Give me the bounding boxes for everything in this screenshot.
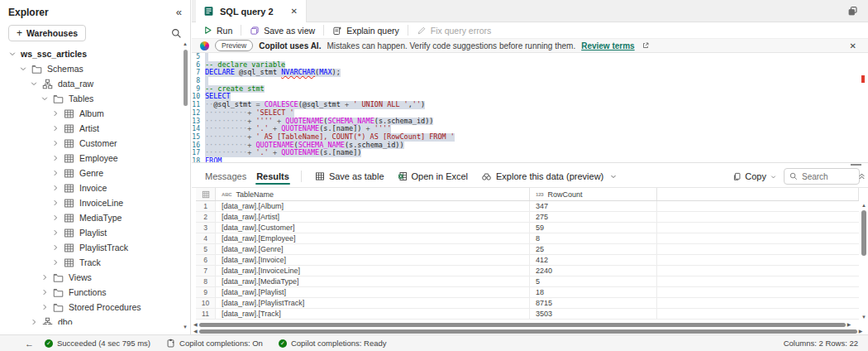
tab-sql-query-2[interactable]: SQL query 2 ✕ (196, 0, 307, 22)
chevron-right-icon[interactable] (51, 154, 60, 162)
row-number-cell[interactable]: 11 (196, 309, 216, 319)
scroll-up-icon[interactable]: ▲ (861, 203, 866, 208)
scroll-right-icon[interactable]: ▶ (847, 322, 851, 328)
tab-results[interactable]: Results (251, 166, 294, 187)
chevron-right-icon[interactable] (51, 228, 60, 237)
tree-item-customer[interactable]: Customer (0, 136, 190, 151)
rowcount-cell[interactable]: 25 (530, 244, 657, 254)
scroll-down-icon[interactable]: ▼ (861, 315, 866, 320)
table-row[interactable]: 9[data_raw].[Playlist]18 (196, 287, 859, 298)
rowcount-cell[interactable]: 18 (530, 287, 657, 297)
chevron-right-icon[interactable] (51, 124, 60, 132)
tablename-cell[interactable]: [data_raw].[Playlist] (216, 287, 530, 297)
row-number-cell[interactable]: 4 (196, 233, 216, 243)
chevron-right-icon[interactable] (41, 273, 49, 281)
explore-data-button[interactable]: Explore this data (preview) (475, 171, 624, 181)
tree-item-functions[interactable]: Functions (0, 285, 190, 300)
collapse-sidebar-icon[interactable]: « (176, 8, 182, 17)
tree-item-invoice[interactable]: Invoice (0, 180, 190, 195)
scrollbar-thumb[interactable] (199, 329, 857, 334)
tree-item-employee[interactable]: Employee (0, 151, 190, 166)
scrollbar-thumb[interactable] (199, 323, 846, 327)
tablename-cell[interactable]: [data_raw].[Customer] (216, 223, 530, 233)
chevron-right-icon[interactable] (51, 243, 60, 252)
table-row[interactable]: 11[data_raw].[Track]3503 (196, 309, 859, 320)
table-row[interactable]: 4[data_raw].[Employee]8 (196, 233, 859, 244)
chevron-right-icon[interactable] (30, 318, 38, 325)
grid-corner-cell[interactable] (196, 188, 216, 200)
code-line-5[interactable]: 5 (192, 53, 868, 61)
chevron-right-icon[interactable] (51, 109, 60, 118)
row-number-cell[interactable]: 6 (196, 255, 216, 265)
editor-overview-ruler[interactable] (859, 53, 868, 162)
chevron-down-icon[interactable] (41, 94, 49, 103)
tablename-cell[interactable]: [data_raw].[InvoiceLine] (216, 266, 530, 276)
scroll-down-icon[interactable]: ▼ (183, 325, 188, 329)
panel-horizontal-scrollbar[interactable]: ◀ ▶ (193, 329, 866, 334)
tree-item-mediatype[interactable]: MediaType (0, 210, 190, 225)
rowcount-cell[interactable]: 3503 (530, 309, 657, 319)
tree-item-playlist[interactable]: Playlist (0, 225, 190, 240)
chevron-right-icon[interactable] (41, 288, 49, 296)
scrollbar-thumb[interactable] (861, 210, 866, 256)
table-row[interactable]: 1[data_raw].[Album]347 (196, 201, 859, 212)
close-banner-icon[interactable]: ✕ (850, 41, 856, 50)
tree-item-stored-procedures[interactable]: Stored Procedures (0, 300, 190, 315)
add-warehouses-button[interactable]: + Warehouses (8, 25, 86, 41)
row-number-cell[interactable]: 1 (196, 201, 216, 211)
chevron-right-icon[interactable] (51, 139, 60, 147)
rowcount-cell[interactable]: 8715 (530, 298, 657, 308)
review-terms-link[interactable]: Review terms (581, 41, 634, 50)
row-number-cell[interactable]: 8 (196, 276, 216, 286)
scrollbar-thumb[interactable] (184, 50, 188, 106)
tree-item-invoiceline[interactable]: InvoiceLine (0, 195, 190, 210)
tablename-cell[interactable]: [data_raw].[PlaylistTrack] (216, 298, 530, 308)
save-as-table-button[interactable]: Save as table (308, 171, 391, 181)
back-arrow-icon[interactable]: ← (25, 339, 34, 349)
sidebar-scrollbar[interactable]: ▲ ▼ (182, 40, 189, 331)
line-content[interactable]: DECLARE @sql_stmt NVARCHAR(MAX); (205, 69, 341, 77)
chevron-right-icon[interactable] (51, 169, 60, 177)
column-header-rowcount[interactable]: 123 RowCount (530, 188, 657, 200)
table-row[interactable]: 2[data_raw].[Artist]275 (196, 212, 859, 223)
search-icon[interactable] (171, 28, 182, 39)
rowcount-cell[interactable]: 347 (530, 201, 657, 211)
chevron-right-icon[interactable] (51, 199, 60, 207)
chevron-down-icon[interactable] (609, 172, 618, 180)
row-number-cell[interactable]: 9 (196, 287, 216, 297)
tree-item-playlisttrack[interactable]: PlaylistTrack (0, 240, 190, 255)
chevron-down-icon[interactable] (8, 50, 17, 58)
tablename-cell[interactable]: [data_raw].[MediaType] (216, 276, 530, 286)
table-row[interactable]: 5[data_raw].[Genre]25 (196, 244, 859, 255)
rowcount-cell[interactable]: 5 (530, 276, 657, 286)
tree-item-views[interactable]: Views (0, 270, 190, 285)
copilot-ready-status[interactable]: ✓ Copilot completions: Ready (274, 339, 392, 348)
line-content[interactable]: ··········+ '.' + QUOTENAME(s.[name]) (205, 149, 361, 157)
table-row[interactable]: 8[data_raw].[MediaType]5 (196, 276, 859, 287)
row-number-cell[interactable]: 5 (196, 244, 216, 254)
collapse-results-icon[interactable] (857, 171, 866, 181)
scroll-right-icon[interactable]: ▶ (859, 329, 863, 334)
tree-item-schemas[interactable]: Schemas (0, 61, 190, 76)
rowcount-cell[interactable]: 412 (530, 255, 657, 265)
run-button[interactable]: Run (200, 26, 236, 36)
tree-item-dbo[interactable]: dbo (0, 315, 190, 325)
explain-query-button[interactable]: Explain query (329, 26, 403, 36)
tablename-cell[interactable]: [data_raw].[Invoice] (216, 255, 530, 265)
tree-item-genre[interactable]: Genre (0, 166, 190, 180)
tree-item-artist[interactable]: Artist (0, 121, 190, 136)
code-editor[interactable]: 56-- declare variable7DECLARE @sql_stmt … (192, 53, 868, 162)
rowcount-cell[interactable]: 2240 (530, 266, 657, 276)
table-row[interactable]: 3[data_raw].[Customer]59 (196, 223, 859, 233)
tree-item-tables[interactable]: Tables (0, 91, 190, 106)
tree-item-data-raw[interactable]: data_raw (0, 76, 190, 91)
copilot-completions-toggle[interactable]: Copilot completions: On (161, 339, 268, 348)
scroll-up-icon[interactable]: ▲ (183, 41, 188, 46)
open-in-excel-button[interactable]: Open in Excel (391, 171, 475, 181)
row-number-cell[interactable]: 2 (196, 212, 216, 222)
table-row[interactable]: 7[data_raw].[InvoiceLine]2240 (196, 266, 859, 276)
row-number-cell[interactable]: 10 (196, 298, 216, 308)
tablename-cell[interactable]: [data_raw].[Track] (216, 309, 530, 319)
chevron-right-icon[interactable] (51, 214, 60, 222)
column-header-tablename[interactable]: ABC TableName (216, 188, 530, 200)
